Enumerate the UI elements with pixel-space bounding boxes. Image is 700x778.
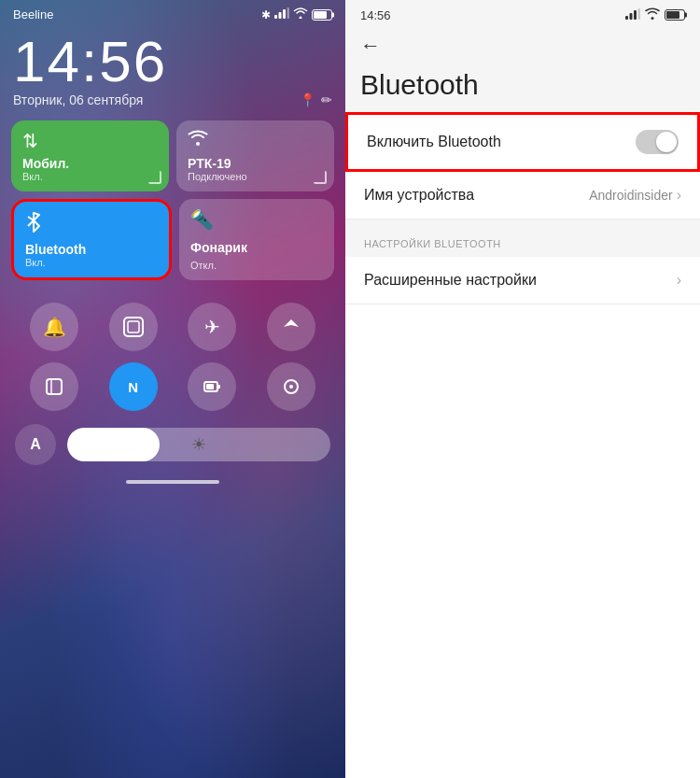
flashlight-icon: 🔦 — [190, 208, 323, 231]
settings-list: Включить Bluetooth Имя устройства Androi… — [345, 112, 700, 778]
page-title: Bluetooth — [360, 69, 685, 101]
svg-rect-7 — [47, 379, 62, 394]
tile-bluetooth-name: Bluetooth — [25, 242, 158, 257]
bluetooth-status-icon: ✱ — [261, 8, 271, 21]
signal-icon — [274, 7, 289, 21]
location-button[interactable] — [267, 303, 315, 351]
tile-bluetooth-status: Вкл. — [25, 257, 158, 268]
right-panel: 14:56 ← Bluetooth Включить Bluetooth — [345, 0, 700, 778]
device-name-text: Androidinsider — [589, 188, 673, 203]
svg-rect-10 — [217, 385, 220, 389]
edit-icon: ✏ — [321, 92, 332, 107]
tile-mobile-status: Вкл. — [22, 171, 158, 182]
svg-rect-14 — [625, 16, 628, 20]
wifi-tile-icon — [188, 130, 323, 151]
signal-right-icon — [625, 8, 640, 22]
bluetooth-toggle[interactable] — [636, 130, 679, 154]
svg-rect-3 — [287, 7, 290, 19]
mobile-icon: ⇅ — [22, 130, 158, 152]
tile-flashlight-name: Фонарик — [190, 240, 323, 255]
brightness-fill — [67, 428, 160, 461]
advanced-chevron-icon: › — [677, 272, 681, 289]
date-icons: 📍 ✏ — [300, 92, 332, 107]
tile-bluetooth[interactable]: Bluetooth Вкл. — [11, 199, 172, 280]
svg-rect-16 — [634, 10, 637, 20]
tile-mobile-name: Мобил. — [22, 156, 158, 171]
svg-rect-11 — [206, 384, 214, 389]
battery-right-icon — [665, 9, 685, 21]
status-icons-left: ✱ — [261, 7, 332, 21]
status-icons-right — [625, 7, 685, 22]
svg-rect-0 — [274, 15, 277, 19]
time-display: 14:56 Вторник, 06 сентября 📍 ✏ — [0, 25, 345, 111]
tile-flashlight-status: Откл. — [190, 260, 323, 271]
enable-label: Включить Bluetooth — [367, 134, 501, 150]
expand-button[interactable] — [30, 362, 78, 411]
tile-wifi-status: Подключено — [188, 171, 323, 182]
tiles-row-1: ⇅ Мобил. Вкл. РТК-19 Подключено — [11, 120, 334, 191]
device-name-label: Имя устройства — [364, 187, 474, 204]
location-icon: 📍 — [300, 92, 315, 107]
home-bar — [126, 480, 219, 484]
font-button[interactable]: A — [15, 424, 56, 465]
wifi-right-icon — [645, 7, 660, 22]
tile-wifi-name: РТК-19 — [188, 156, 323, 171]
time-big: 14:56 — [13, 33, 332, 91]
screenshot-button[interactable] — [109, 303, 158, 351]
wifi-status-icon — [293, 7, 308, 21]
tiles-section: ⇅ Мобил. Вкл. РТК-19 Подключено — [0, 111, 345, 297]
brightness-slider[interactable]: ☀ — [67, 428, 330, 461]
advanced-label: Расширенные настройки — [364, 272, 537, 289]
airplane-button[interactable]: ✈ — [188, 303, 236, 351]
advanced-settings-row[interactable]: Расширенные настройки › — [345, 257, 700, 304]
device-chevron-icon: › — [677, 187, 681, 204]
left-panel: Beeline ✱ 14:56 Вторник, 06 сентября 📍 ✏ — [0, 0, 345, 778]
bell-button[interactable]: 🔔 — [30, 303, 78, 351]
section-header-text: НАСТРОЙКИ BLUETOOTH — [364, 238, 501, 249]
svg-marker-6 — [284, 319, 299, 327]
tile-corner-arrow — [148, 171, 161, 184]
nfc-button[interactable]: N — [109, 362, 158, 411]
page-title-area: Bluetooth — [345, 65, 700, 112]
time-right: 14:56 — [360, 8, 391, 22]
device-name-value: Androidinsider › — [589, 187, 681, 204]
bluetooth-section-header: НАСТРОЙКИ BLUETOOTH — [345, 219, 700, 257]
svg-rect-5 — [128, 321, 139, 332]
svg-rect-15 — [630, 13, 633, 20]
toggle-knob — [656, 132, 677, 152]
circle-button[interactable] — [267, 362, 315, 411]
date-text: Вторник, 06 сентября — [13, 92, 143, 107]
back-area: ← — [345, 26, 700, 65]
tile-wifi-arrow — [314, 171, 327, 184]
tile-wifi[interactable]: РТК-19 Подключено — [176, 120, 334, 191]
device-name-row[interactable]: Имя устройства Androidinsider › — [345, 172, 700, 219]
back-button[interactable]: ← — [360, 34, 381, 57]
enable-bluetooth-row[interactable]: Включить Bluetooth — [345, 112, 700, 172]
svg-rect-1 — [279, 12, 282, 19]
tile-mobile[interactable]: ⇅ Мобил. Вкл. — [11, 120, 169, 191]
status-bar-left: Beeline ✱ — [0, 0, 345, 25]
tile-flashlight[interactable]: 🔦 Фонарик Откл. — [179, 199, 334, 280]
battery-status-icon — [312, 9, 332, 21]
svg-rect-17 — [638, 8, 641, 20]
battery-button[interactable] — [188, 362, 236, 411]
carrier-name: Beeline — [13, 7, 53, 21]
date-line: Вторник, 06 сентября 📍 ✏ — [13, 92, 332, 107]
svg-rect-2 — [283, 9, 286, 19]
svg-rect-4 — [124, 318, 143, 336]
svg-point-13 — [289, 385, 293, 389]
bluetooth-tile-icon — [25, 211, 158, 238]
tiles-row-2: Bluetooth Вкл. 🔦 Фонарик Откл. — [11, 199, 334, 280]
home-indicator — [0, 473, 345, 491]
status-bar-right: 14:56 — [345, 0, 700, 26]
